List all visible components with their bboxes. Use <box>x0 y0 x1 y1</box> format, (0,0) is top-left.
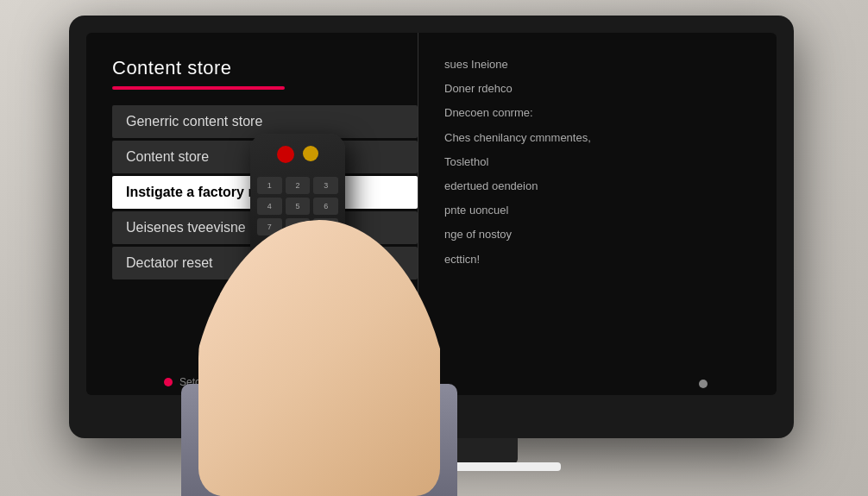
menu-item-1[interactable]: Content store <box>112 141 418 173</box>
menu-item-2-selected[interactable]: Instigate a factory reset <box>112 176 418 209</box>
tv-stand-base <box>302 462 561 471</box>
detail-line-7: nge of nostoy <box>444 227 759 242</box>
menu-item-4[interactable]: Dectator reset <box>112 247 418 279</box>
detail-line-2: Dnecoen conrme: <box>444 105 759 121</box>
detail-line-5: edertued oendeion <box>444 179 759 194</box>
tv-screen: Content store Generric content store Con… <box>86 33 777 395</box>
status-label-left: Setor of <box>179 376 216 388</box>
right-detail-panel: sues Ineione Doner rdehco Dnecoen conrme… <box>418 33 777 395</box>
detail-line-8: ectticn! <box>444 252 759 267</box>
menu-item-0[interactable]: Generric content store <box>112 105 418 138</box>
detail-line-6: pnte uoncuel <box>444 203 759 218</box>
title-accent-bar <box>112 86 285 90</box>
detail-line-1: Doner rdehco <box>444 81 759 97</box>
menu-item-3[interactable]: Ueisenes tveevisne <box>112 211 418 244</box>
status-dot-gray <box>699 380 708 388</box>
detail-line-3: Ches chenilancy cmnmentes, <box>444 130 759 146</box>
status-dot-red <box>164 378 173 386</box>
left-menu-panel: Content store Generric content store Con… <box>86 33 418 395</box>
tv-stand <box>345 438 518 464</box>
bottom-status-right <box>699 380 708 388</box>
menu-title: Content store <box>112 57 418 79</box>
detail-line-0: sues Ineione <box>444 57 759 72</box>
tv-body: Content store Generric content store Con… <box>69 16 794 438</box>
bottom-status-left: Setor of <box>164 376 216 388</box>
detail-line-4: Toslethol <box>444 154 759 170</box>
